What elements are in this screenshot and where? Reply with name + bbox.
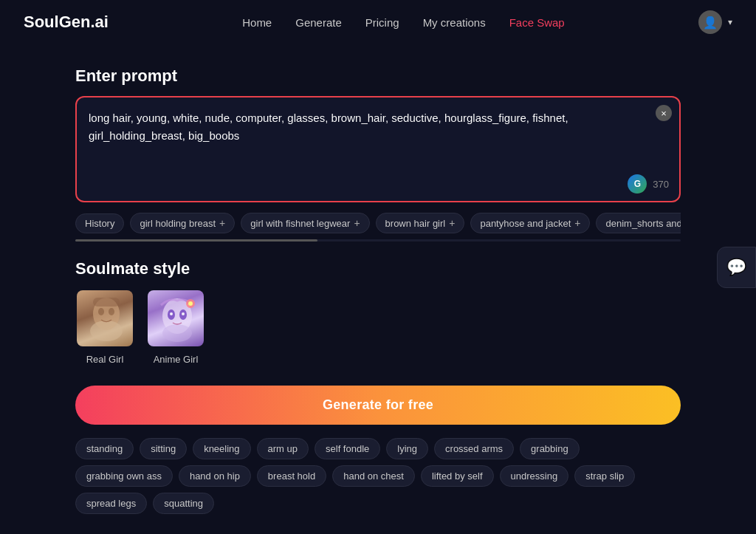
real-girl-image bbox=[77, 290, 133, 346]
pose-tag-grabbing[interactable]: grabbing bbox=[520, 438, 580, 459]
nav-generate[interactable]: Generate bbox=[295, 16, 342, 29]
nav-links: Home Generate Pricing My creations Face … bbox=[242, 16, 565, 29]
svg-point-1 bbox=[90, 321, 123, 341]
soulmate-style-section: Soulmate style bbox=[75, 259, 681, 365]
history-tag-0[interactable]: girl holding breast + bbox=[130, 213, 235, 233]
history-button[interactable]: History bbox=[75, 213, 124, 233]
gemini-enhance-button[interactable]: G bbox=[628, 174, 647, 194]
style-card-real-girl-label: Real Girl bbox=[86, 354, 124, 365]
pose-tag-grabbing-own-ass[interactable]: grabbing own ass bbox=[75, 465, 173, 487]
prompt-footer: G 370 bbox=[628, 174, 669, 194]
history-label: History bbox=[85, 218, 114, 229]
navbar: SoulGen.ai Home Generate Pricing My crea… bbox=[0, 0, 756, 44]
nav-my-creations[interactable]: My creations bbox=[423, 16, 486, 29]
svg-point-10 bbox=[182, 312, 185, 315]
history-tag-4-label: denim_shorts and ass bbox=[605, 218, 681, 229]
style-cards-row: Real Girl bbox=[75, 289, 681, 365]
history-tag-3-label: pantyhose and jacket bbox=[480, 218, 571, 229]
history-tag-4[interactable]: denim_shorts and ass + bbox=[596, 213, 681, 233]
avatar[interactable]: 👤 bbox=[698, 10, 722, 34]
svg-point-12 bbox=[188, 301, 193, 306]
prompt-clear-button[interactable]: × bbox=[656, 105, 672, 121]
main-content: Enter prompt × G 370 History girl holdin… bbox=[61, 44, 695, 534]
svg-point-3 bbox=[109, 308, 114, 315]
history-tag-2-label: brown hair girl bbox=[385, 218, 446, 229]
anime-girl-image bbox=[148, 290, 204, 346]
pose-tag-sitting[interactable]: sitting bbox=[140, 438, 187, 459]
nav-right: 👤 ▾ bbox=[698, 10, 732, 34]
style-card-anime-girl-label: Anime Girl bbox=[154, 354, 199, 365]
pose-tag-lying[interactable]: lying bbox=[386, 438, 428, 459]
history-tag-2-plus: + bbox=[449, 217, 455, 229]
char-count: 370 bbox=[653, 179, 669, 190]
pose-tag-hand-on-chest[interactable]: hand on chest bbox=[332, 465, 415, 487]
prompt-section: Enter prompt × G 370 bbox=[75, 66, 681, 202]
style-card-real-girl-img bbox=[75, 289, 134, 348]
logo: SoulGen.ai bbox=[24, 13, 109, 32]
scroll-progress bbox=[75, 239, 681, 242]
history-tag-0-plus: + bbox=[219, 217, 225, 229]
nav-face-swap[interactable]: Face Swap bbox=[509, 16, 565, 29]
pose-tag-standing[interactable]: standing bbox=[75, 438, 134, 459]
history-tag-1-label: girl with fishnet legwear bbox=[250, 218, 350, 229]
logo-text: SoulGen.ai bbox=[24, 13, 109, 31]
avatar-icon: 👤 bbox=[703, 16, 718, 30]
svg-point-6 bbox=[162, 324, 192, 342]
nav-home[interactable]: Home bbox=[242, 16, 272, 29]
gemini-icon-label: G bbox=[634, 179, 641, 189]
pose-tag-spread-legs[interactable]: spread legs bbox=[75, 493, 147, 514]
history-tag-0-label: girl holding breast bbox=[140, 218, 216, 229]
scroll-progress-bar bbox=[75, 239, 317, 242]
pose-tag-strap-slip[interactable]: strap slip bbox=[574, 465, 635, 487]
style-card-anime-girl[interactable]: Anime Girl bbox=[146, 289, 205, 365]
svg-point-2 bbox=[98, 308, 104, 315]
pose-tag-hand-on-hip[interactable]: hand on hip bbox=[179, 465, 251, 487]
pose-tag-undressing[interactable]: undressing bbox=[500, 465, 569, 487]
generate-button[interactable]: Generate for free bbox=[75, 386, 681, 425]
history-tag-1[interactable]: girl with fishnet legwear + bbox=[241, 213, 369, 233]
pose-tag-self-fondle[interactable]: self fondle bbox=[315, 438, 380, 459]
prompt-title: Enter prompt bbox=[75, 66, 681, 86]
nav-pricing[interactable]: Pricing bbox=[365, 16, 399, 29]
pose-tag-lifted-by-self[interactable]: lifted by self bbox=[421, 465, 494, 487]
user-menu-chevron[interactable]: ▾ bbox=[728, 17, 732, 27]
history-tag-1-plus: + bbox=[354, 217, 360, 229]
chat-widget[interactable]: 💬 bbox=[717, 247, 756, 288]
history-tag-2[interactable]: brown hair girl + bbox=[376, 213, 465, 233]
style-card-real-girl[interactable]: Real Girl bbox=[75, 289, 134, 365]
history-tag-3[interactable]: pantyhose and jacket + bbox=[470, 213, 590, 233]
svg-rect-4 bbox=[93, 298, 120, 307]
svg-point-9 bbox=[170, 312, 173, 315]
history-tags-row: History girl holding breast + girl with … bbox=[75, 213, 681, 233]
prompt-box: × G 370 bbox=[75, 96, 681, 202]
pose-tag-arm-up[interactable]: arm up bbox=[257, 438, 309, 459]
chat-icon: 💬 bbox=[726, 258, 746, 277]
pose-tags-row: standing sitting kneeling arm up self fo… bbox=[75, 438, 681, 514]
style-card-anime-girl-img bbox=[146, 289, 205, 348]
pose-tag-breast-hold[interactable]: breast hold bbox=[257, 465, 326, 487]
history-tag-3-plus: + bbox=[574, 217, 580, 229]
soulmate-style-title: Soulmate style bbox=[75, 259, 681, 278]
prompt-textarea[interactable] bbox=[89, 109, 667, 168]
pose-tag-squatting[interactable]: squatting bbox=[153, 493, 214, 514]
pose-tag-kneeling[interactable]: kneeling bbox=[193, 438, 250, 459]
pose-tag-crossed-arms[interactable]: crossed arms bbox=[434, 438, 514, 459]
